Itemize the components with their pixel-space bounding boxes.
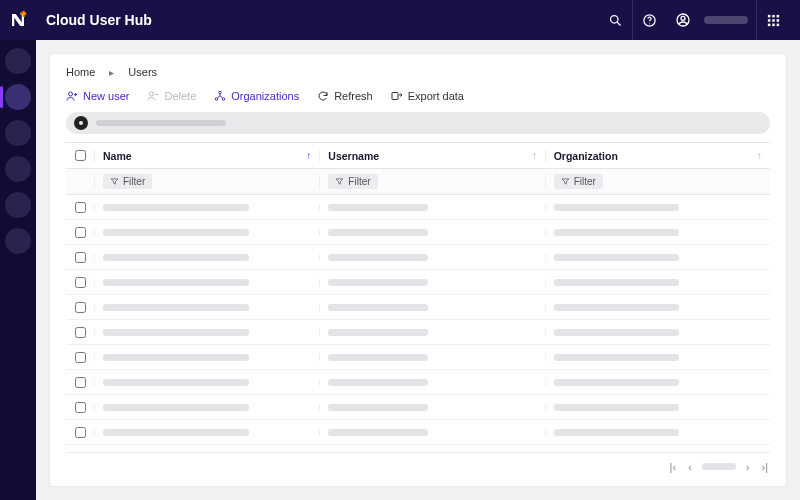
cell-org-placeholder xyxy=(554,379,679,386)
row-checkbox[interactable] xyxy=(75,277,86,288)
search-placeholder xyxy=(96,120,226,126)
row-checkbox[interactable] xyxy=(75,427,86,438)
filter-org-button[interactable]: Filter xyxy=(554,174,603,189)
cell-username-placeholder xyxy=(328,354,428,361)
sidebar-item[interactable] xyxy=(5,48,31,74)
pager-prev-button[interactable]: ‹ xyxy=(686,461,694,473)
svg-rect-12 xyxy=(772,19,775,22)
cell-name-placeholder xyxy=(103,329,249,336)
row-checkbox[interactable] xyxy=(75,377,86,388)
content-card: Home ▸ Users New user xyxy=(50,54,786,486)
svg-point-23 xyxy=(216,98,219,101)
svg-rect-1 xyxy=(23,11,25,17)
account-button[interactable] xyxy=(666,0,700,40)
svg-rect-16 xyxy=(777,23,780,26)
table-row[interactable] xyxy=(66,370,770,395)
sidebar-item[interactable] xyxy=(5,120,31,146)
apps-grid-icon xyxy=(766,13,781,28)
column-header-organization[interactable]: Organization ↑ xyxy=(545,150,770,162)
table-row[interactable] xyxy=(66,220,770,245)
table-row[interactable] xyxy=(66,245,770,270)
table-row[interactable] xyxy=(66,195,770,220)
global-search-button[interactable] xyxy=(598,0,632,40)
column-header-name[interactable]: Name ↑ xyxy=(94,150,319,162)
help-button[interactable] xyxy=(632,0,666,40)
sort-icon: ↑ xyxy=(757,150,762,161)
delete-user-icon xyxy=(147,90,159,102)
row-checkbox[interactable] xyxy=(75,252,86,263)
column-header-username[interactable]: Username ↑ xyxy=(319,150,544,162)
pager-next-button[interactable]: › xyxy=(744,461,752,473)
cell-username-placeholder xyxy=(328,204,428,211)
top-bar: Cloud User Hub xyxy=(0,0,800,40)
sort-asc-icon: ↑ xyxy=(306,150,311,161)
filter-label: Filter xyxy=(574,176,596,187)
breadcrumb-home[interactable]: Home xyxy=(66,66,95,78)
cell-name-placeholder xyxy=(103,204,249,211)
breadcrumb: Home ▸ Users xyxy=(66,66,770,78)
select-all-checkbox[interactable] xyxy=(75,150,86,161)
org-icon xyxy=(214,90,226,102)
table-row[interactable] xyxy=(66,395,770,420)
table-row[interactable] xyxy=(66,345,770,370)
svg-rect-25 xyxy=(392,93,398,100)
search-bar[interactable] xyxy=(66,112,770,134)
filter-username-button[interactable]: Filter xyxy=(328,174,377,189)
delete-label: Delete xyxy=(164,90,196,102)
cell-username-placeholder xyxy=(328,304,428,311)
new-user-button[interactable]: New user xyxy=(66,90,129,102)
help-icon xyxy=(642,13,657,28)
filter-icon xyxy=(110,177,119,186)
column-name-label: Name xyxy=(103,150,132,162)
export-button[interactable]: Export data xyxy=(391,90,464,102)
svg-rect-9 xyxy=(772,14,775,17)
sidebar-item[interactable] xyxy=(5,84,31,110)
row-checkbox[interactable] xyxy=(75,352,86,363)
cell-org-placeholder xyxy=(554,254,679,261)
column-username-label: Username xyxy=(328,150,379,162)
main-area: Home ▸ Users New user xyxy=(36,40,800,500)
cell-org-placeholder xyxy=(554,279,679,286)
cell-name-placeholder xyxy=(103,379,249,386)
table-row[interactable] xyxy=(66,270,770,295)
svg-point-24 xyxy=(223,98,226,101)
svg-rect-8 xyxy=(768,14,771,17)
cell-name-placeholder xyxy=(103,229,249,236)
row-checkbox[interactable] xyxy=(75,302,86,313)
filter-name-button[interactable]: Filter xyxy=(103,174,152,189)
sidebar-item[interactable] xyxy=(5,228,31,254)
row-checkbox[interactable] xyxy=(75,202,86,213)
sidebar-item[interactable] xyxy=(5,192,31,218)
table-row[interactable] xyxy=(66,420,770,445)
table-row[interactable] xyxy=(66,320,770,345)
pager-first-button[interactable]: |‹ xyxy=(668,461,679,473)
pager-last-button[interactable]: ›| xyxy=(759,461,770,473)
cell-name-placeholder xyxy=(103,254,249,261)
breadcrumb-current: Users xyxy=(128,66,157,78)
row-checkbox[interactable] xyxy=(75,227,86,238)
table-filter-row: Filter Filter Filter xyxy=(66,169,770,195)
table-row[interactable] xyxy=(66,295,770,320)
table-body xyxy=(66,195,770,452)
delete-button: Delete xyxy=(147,90,196,102)
column-org-label: Organization xyxy=(554,150,618,162)
add-user-icon xyxy=(66,90,78,102)
cell-username-placeholder xyxy=(328,429,428,436)
svg-line-3 xyxy=(617,22,620,25)
search-scope-icon xyxy=(74,116,88,130)
cell-org-placeholder xyxy=(554,204,679,211)
organizations-button[interactable]: Organizations xyxy=(214,90,299,102)
sidebar-item[interactable] xyxy=(5,156,31,182)
row-checkbox[interactable] xyxy=(75,327,86,338)
cell-username-placeholder xyxy=(328,254,428,261)
toolbar: New user Delete Organizations xyxy=(66,90,770,102)
svg-rect-14 xyxy=(768,23,771,26)
filter-label: Filter xyxy=(123,176,145,187)
row-checkbox[interactable] xyxy=(75,402,86,413)
apps-button[interactable] xyxy=(756,0,790,40)
pager: |‹ ‹ › ›| xyxy=(66,452,770,476)
cell-org-placeholder xyxy=(554,354,679,361)
organizations-label: Organizations xyxy=(231,90,299,102)
refresh-button[interactable]: Refresh xyxy=(317,90,373,102)
table-row[interactable] xyxy=(66,445,770,452)
